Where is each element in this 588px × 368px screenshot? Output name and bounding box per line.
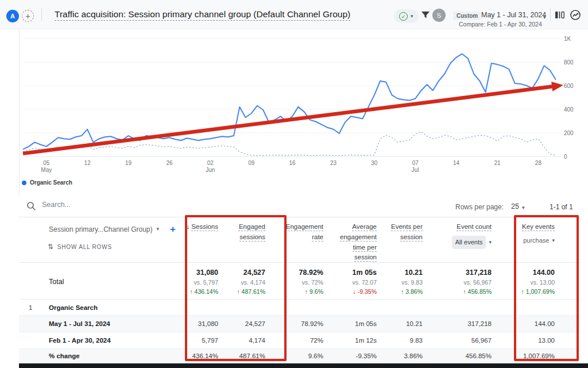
total-row-label: Total: [49, 278, 64, 286]
total-metric-cell: 10.21vs. 9.83↑ 3.86%: [385, 269, 431, 296]
subrow-label: % change: [49, 352, 80, 359]
unfold-rows-icon: ⇅: [48, 243, 54, 251]
event-count-filter-dropdown[interactable]: All events▾: [431, 236, 492, 249]
table-cell: 13.00: [505, 337, 580, 344]
table-cell: 9.83: [385, 337, 431, 344]
chevron-down-icon: ▾: [552, 238, 555, 243]
add-comparison-button[interactable]: +: [22, 10, 34, 22]
svg-text:400: 400: [564, 106, 574, 113]
table-cell: 317,218: [431, 320, 505, 327]
metric-label: Event count: [457, 223, 492, 230]
legend-label: Organic Search: [30, 179, 72, 186]
add-dimension-button[interactable]: +: [170, 224, 176, 234]
table-cell: 24,527: [230, 320, 276, 327]
svg-text:21: 21: [494, 160, 501, 166]
table-row[interactable]: 1 Organic Search: [19, 299, 580, 315]
table-toolbar: Rows per page: 25 ▾ 1-1 of 1: [19, 195, 580, 217]
total-metric-cell: 78.92%vs. 72%↑ 9.6%: [276, 269, 330, 296]
svg-text:26: 26: [166, 160, 173, 166]
column-header-events-per-session[interactable]: Events per session: [385, 222, 431, 263]
svg-text:07: 07: [412, 160, 419, 166]
subrow-label: May 1 - Jul 31, 2024: [49, 320, 110, 327]
table-cell: 436.14%: [184, 352, 230, 359]
svg-text:19: 19: [125, 160, 132, 166]
chevron-down-icon: ▾: [157, 227, 160, 232]
svg-text:30: 30: [371, 160, 378, 166]
header-divider: [550, 7, 551, 21]
table-subrow-current-period: May 1 - Jul 31, 2024 31,08024,52778.92%1…: [19, 315, 580, 332]
column-header-key-events[interactable]: Key eventspurchase▾: [505, 222, 580, 263]
row-index: 1: [29, 304, 32, 311]
column-header-event-count[interactable]: Event countAll events▾: [431, 222, 505, 263]
rows-per-page-label: Rows per page:: [455, 203, 504, 211]
trend-arrow-annotation: [23, 86, 559, 154]
user-avatar[interactable]: S: [432, 9, 446, 22]
total-metric-cell: 144.00vs. 13.00↑ 1,007.69%: [505, 269, 580, 296]
metric-label: Engaged sessions: [239, 223, 265, 240]
total-metrics: 31,080vs. 5,797↑ 436.14%24,527vs. 4,174↑…: [184, 269, 580, 296]
search-input[interactable]: [41, 200, 215, 209]
dimension-column-dropdown[interactable]: Session primary...Channel Group) ▾ +: [49, 224, 176, 234]
filter-icon[interactable]: [421, 10, 430, 20]
subrow-label: Feb 1 - Apr 30, 2024: [49, 337, 111, 344]
chart-legend: Organic Search: [22, 179, 72, 186]
svg-text:23: 23: [330, 160, 337, 166]
svg-text:16: 16: [289, 160, 296, 166]
customize-report-icon[interactable]: [555, 10, 565, 20]
report-status-dropdown[interactable]: ✓ ▾: [394, 9, 419, 23]
column-header-sessions[interactable]: ↓ Sessions: [184, 222, 230, 263]
search-icon: [26, 201, 36, 211]
svg-text:28: 28: [535, 160, 542, 166]
table-cell: 4,174: [230, 337, 276, 344]
analytics-account-avatar[interactable]: A: [6, 10, 19, 22]
rows-per-page-select[interactable]: 25: [511, 202, 519, 210]
table-cell: 3.86%: [385, 352, 431, 359]
svg-text:14: 14: [453, 160, 460, 166]
chevron-down-icon[interactable]: ▾: [543, 15, 546, 20]
ga4-traffic-acquisition-report: A + Traffic acquisition: Session primary…: [0, 0, 588, 368]
table-total-row: Total 31,080vs. 5,797↑ 436.14%24,527vs. …: [19, 262, 580, 299]
column-header-engagement-rate[interactable]: Engagement rate: [276, 222, 330, 263]
table-subrow-comparison-period: Feb 1 - Apr 30, 2024 5,7974,17472%1m 12s…: [19, 332, 580, 348]
metric-header-row: ↓ SessionsEngaged sessionsEngagement rat…: [184, 222, 580, 263]
chevron-down-icon: ▾: [411, 14, 413, 19]
total-metric-cell: 1m 05svs. 72.07↓ -9.35%: [330, 269, 385, 296]
sessions-line-chart: 1K800600400200005May12192602Jun091623300…: [0, 29, 588, 179]
column-header-avg-engagement-time[interactable]: Average engagement time per session: [330, 222, 385, 263]
chevron-down-icon: ▾: [489, 240, 492, 245]
svg-text:800: 800: [564, 59, 574, 66]
table-cell: 456.85%: [431, 352, 505, 359]
table-cell: 31,080: [184, 320, 230, 327]
table-cell: -9.35%: [330, 352, 385, 359]
metric-label: Engagement rate: [286, 223, 323, 240]
insights-icon[interactable]: [570, 9, 581, 21]
table-cell: 487.61%: [230, 352, 276, 359]
date-range-selector[interactable]: May 1 - Jul 31, 2024: [481, 11, 546, 19]
svg-text:0: 0: [564, 154, 567, 160]
column-header-engaged-sessions[interactable]: Engaged sessions: [230, 222, 276, 263]
table-cell: 9.6%: [276, 352, 330, 359]
date-preset-badge: Custom: [453, 12, 481, 20]
table-header-row: Session primary...Channel Group) ▾ + ⇅ S…: [19, 217, 580, 262]
top-header: A + Traffic acquisition: Session primary…: [0, 0, 588, 29]
subrow-values: 436.14%487.61%9.6%-9.35%3.86%456.85%1,00…: [184, 352, 580, 359]
check-icon: ✓: [399, 12, 408, 21]
metric-label: Events per session: [391, 223, 423, 240]
window-bottom-edge: [19, 363, 588, 368]
svg-text:May: May: [41, 167, 52, 173]
svg-text:200: 200: [564, 130, 574, 136]
total-metric-cell: 31,080vs. 5,797↑ 436.14%: [184, 269, 230, 296]
table-cell: 144.00: [505, 320, 580, 327]
key-events-filter-dropdown[interactable]: purchase▾: [505, 236, 555, 246]
table-cell: 78.92%: [276, 320, 330, 327]
metric-label: Average engagement time per session: [340, 223, 377, 260]
pagination-status: 1-1 of 1: [550, 203, 573, 211]
subrow-values: 31,08024,52778.92%1m 05s10.21317,218144.…: [184, 320, 580, 327]
table-cell: 5,797: [184, 337, 230, 344]
chevron-down-icon[interactable]: ▾: [522, 205, 525, 210]
sort-descending-icon: ↓: [187, 223, 190, 230]
svg-text:12: 12: [84, 160, 91, 166]
show-all-rows-button[interactable]: ⇅ SHOW ALL ROWS: [48, 243, 112, 251]
table-cell: 56,967: [431, 337, 505, 344]
svg-text:1K: 1K: [564, 36, 571, 42]
